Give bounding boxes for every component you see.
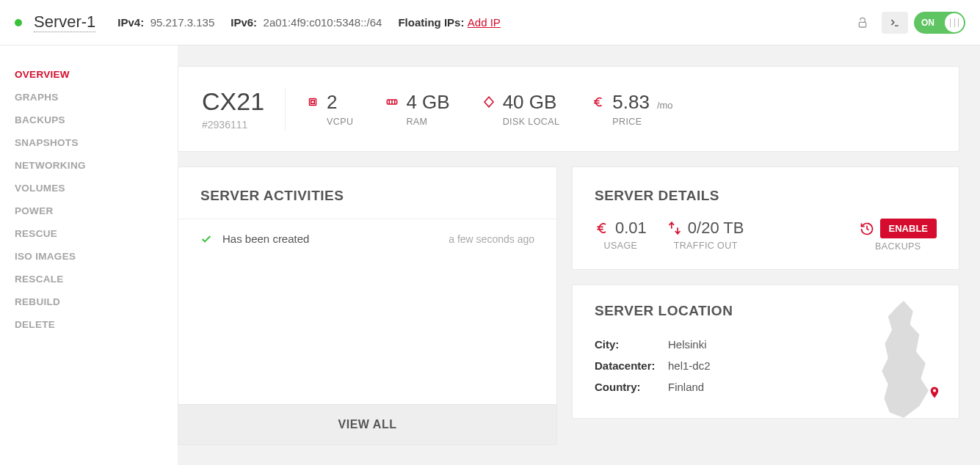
sidebar-item-rescue[interactable]: RESCUE bbox=[0, 222, 178, 245]
euro-icon bbox=[595, 221, 609, 235]
check-icon bbox=[200, 233, 212, 245]
usage-label: USAGE bbox=[595, 241, 647, 251]
plan-id: #2936111 bbox=[202, 119, 264, 131]
vcpu-label: VCPU bbox=[327, 117, 353, 127]
traffic-label: TRAFFIC OUT bbox=[667, 241, 744, 251]
ipv6-block: IPv6: 2a01:4f9:c010:5348::/64 bbox=[231, 16, 382, 29]
ram-icon bbox=[385, 95, 399, 109]
backups-label: BACKUPS bbox=[860, 241, 937, 252]
activity-time: a few seconds ago bbox=[449, 233, 534, 245]
spec-ram: 4 GB RAM bbox=[385, 91, 449, 127]
country-map-icon bbox=[863, 297, 944, 422]
ip-group: IPv4: 95.217.3.135 IPv6: 2a01:4f9:c010:5… bbox=[117, 16, 501, 29]
price-unit: /mo bbox=[657, 100, 673, 111]
sidebar-item-delete[interactable]: DELETE bbox=[0, 313, 178, 336]
add-ip-link[interactable]: Add IP bbox=[468, 16, 501, 29]
toggle-knob bbox=[945, 13, 964, 32]
sidebar-item-snapshots[interactable]: SNAPSHOTS bbox=[0, 131, 178, 154]
traffic-block: 0/20 TB TRAFFIC OUT bbox=[667, 219, 744, 251]
ipv4-block: IPv4: 95.217.3.135 bbox=[117, 16, 214, 29]
price-value: 5.83 bbox=[612, 91, 650, 114]
location-card: SERVER LOCATION City:Helsinki Datacenter… bbox=[572, 285, 959, 419]
svg-rect-0 bbox=[859, 22, 865, 27]
sidebar: OVERVIEW GRAPHS BACKUPS SNAPSHOTS NETWOR… bbox=[0, 45, 178, 465]
cpu-icon bbox=[306, 95, 319, 109]
sidebar-item-overview[interactable]: OVERVIEW bbox=[0, 63, 178, 86]
activities-card: SERVER ACTIVITIES Has been created a few… bbox=[178, 166, 557, 445]
traffic-value: 0/20 TB bbox=[688, 219, 744, 238]
price-label: PRICE bbox=[612, 117, 672, 127]
power-toggle-label: ON bbox=[921, 18, 934, 28]
disk-label: DISK LOCAL bbox=[503, 117, 560, 127]
ipv4-label: IPv4: bbox=[117, 16, 144, 29]
ipv6-value: 2a01:4f9:c010:5348::/64 bbox=[264, 16, 382, 29]
details-card: SERVER DETAILS 0.01 USAGE bbox=[572, 166, 959, 270]
disk-value: 40 GB bbox=[503, 91, 557, 114]
sidebar-item-power[interactable]: POWER bbox=[0, 199, 178, 222]
city-value: Helsinki bbox=[668, 338, 707, 351]
status-indicator bbox=[15, 19, 22, 26]
usage-value: 0.01 bbox=[615, 219, 647, 238]
ram-label: RAM bbox=[406, 117, 449, 127]
plan-block: CX21 #2936111 bbox=[202, 87, 286, 131]
svg-rect-3 bbox=[311, 100, 315, 104]
top-actions: ON bbox=[849, 12, 965, 34]
activity-row: Has been created a few seconds ago bbox=[178, 219, 556, 258]
spec-price: 5.83/mo PRICE bbox=[592, 91, 672, 127]
sidebar-item-rebuild[interactable]: REBUILD bbox=[0, 290, 178, 313]
ipv4-value: 95.217.3.135 bbox=[150, 16, 215, 29]
main-content: CX21 #2936111 2 VCPU 4 GB RAM bbox=[178, 45, 980, 465]
traffic-icon bbox=[667, 221, 682, 235]
sidebar-item-graphs[interactable]: GRAPHS bbox=[0, 86, 178, 109]
server-name[interactable]: Server-1 bbox=[34, 12, 95, 32]
city-key: City: bbox=[595, 338, 668, 351]
dc-value: hel1-dc2 bbox=[668, 359, 711, 372]
disk-icon bbox=[482, 95, 496, 109]
sidebar-item-networking[interactable]: NETWORKING bbox=[0, 154, 178, 177]
location-pin-icon bbox=[928, 384, 941, 400]
lock-icon[interactable] bbox=[849, 12, 876, 34]
floating-ip-block: Floating IPs: Add IP bbox=[398, 16, 500, 29]
details-title: SERVER DETAILS bbox=[573, 167, 959, 219]
console-button[interactable] bbox=[882, 12, 908, 34]
enable-backups-button[interactable]: ENABLE bbox=[880, 219, 937, 238]
sidebar-item-iso[interactable]: ISO IMAGES bbox=[0, 245, 178, 268]
sidebar-item-backups[interactable]: BACKUPS bbox=[0, 109, 178, 131]
floating-ip-label: Floating IPs: bbox=[398, 16, 464, 29]
sidebar-item-rescale[interactable]: RESCALE bbox=[0, 268, 178, 290]
spec-vcpu: 2 VCPU bbox=[306, 91, 353, 127]
power-toggle[interactable]: ON bbox=[914, 12, 965, 34]
svg-rect-2 bbox=[310, 99, 316, 106]
spec-disk: 40 GB DISK LOCAL bbox=[482, 91, 560, 127]
sidebar-item-volumes[interactable]: VOLUMES bbox=[0, 177, 178, 199]
plan-name: CX21 bbox=[202, 87, 264, 116]
country-key: Country: bbox=[595, 381, 668, 393]
usage-block: 0.01 USAGE bbox=[595, 219, 647, 251]
vcpu-value: 2 bbox=[327, 91, 337, 114]
activity-text: Has been created bbox=[222, 232, 309, 245]
ipv6-label: IPv6: bbox=[231, 16, 257, 29]
country-value: Finland bbox=[668, 381, 704, 393]
activities-title: SERVER ACTIVITIES bbox=[178, 167, 556, 219]
history-icon bbox=[860, 221, 874, 236]
spec-card: CX21 #2936111 2 VCPU 4 GB RAM bbox=[178, 66, 959, 152]
backups-block: ENABLE BACKUPS bbox=[860, 219, 937, 252]
top-bar: Server-1 IPv4: 95.217.3.135 IPv6: 2a01:4… bbox=[0, 0, 980, 45]
euro-icon bbox=[592, 95, 605, 109]
ram-value: 4 GB bbox=[406, 91, 449, 114]
view-all-button[interactable]: VIEW ALL bbox=[178, 404, 556, 444]
dc-key: Datacenter: bbox=[595, 359, 668, 372]
